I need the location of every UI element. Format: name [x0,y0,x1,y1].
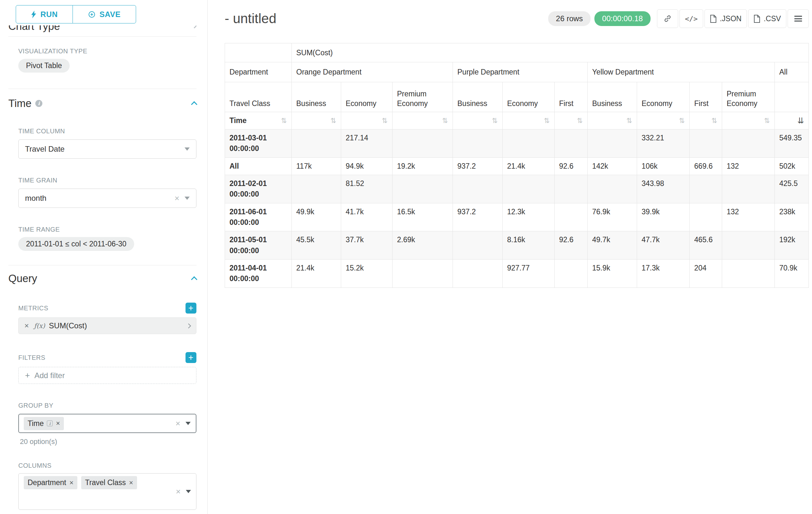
pivot-class-header: Economy [341,82,393,112]
copy-link-button[interactable] [657,9,678,28]
pivot-table: SUM(Cost)DepartmentOrange DepartmentPurp… [225,43,809,288]
pivot-value-cell: 937.2 [453,157,502,175]
chart-type-section-header[interactable]: Chart Type [8,25,196,34]
pivot-value-cell: 45.5k [292,231,341,260]
chevron-down-icon [184,147,190,151]
time-section-title: Time [8,97,31,110]
add-filter-button[interactable]: + [185,352,196,363]
pivot-value-cell: 238k [775,203,809,231]
pivot-value-cell: 549.35 [775,130,809,158]
group-by-options-hint: 20 option(s) [20,437,196,446]
sort-icon[interactable]: ⇅ [712,117,717,125]
pivot-value-cell: 132 [722,157,775,175]
sort-icon[interactable]: ⇅ [577,117,583,125]
sort-icon[interactable]: ⇊ [797,116,804,125]
export-csv-button[interactable]: .CSV [748,9,786,28]
sort-icon[interactable]: ⇅ [544,117,550,125]
group-by-tags: Timei× [24,417,64,430]
pivot-value-cell [502,130,555,158]
pivot-value-cell: 332.21 [637,130,690,158]
pivot-class-header: Business [453,82,502,112]
action-button-bar: RUN SAVE [8,0,196,25]
pivot-value-cell: 47.7k [637,231,690,260]
pivot-value-cell: 17.3k [637,260,690,288]
clear-icon[interactable]: × [176,487,181,496]
pivot-value-cell: 21.4k [292,260,341,288]
clear-icon[interactable]: × [176,419,180,428]
circle-plus-icon [88,10,96,18]
pivot-department-header: Orange Department [292,62,453,82]
export-json-button[interactable]: .JSON [704,9,747,28]
sort-icon[interactable]: ⇅ [382,117,388,125]
metric-option[interactable]: × ƒ(x) SUM(Cost) [18,317,196,334]
dimension-tag[interactable]: Travel Class× [81,476,137,489]
pivot-value-cell [393,175,453,204]
group-by-select[interactable]: Timei× × [18,414,196,433]
pivot-value-cell [555,175,588,204]
run-button[interactable]: RUN [16,5,73,23]
pivot-sort-cell: ⇅ [690,112,722,130]
pivot-value-cell [502,175,555,204]
sort-icon[interactable]: ⇅ [679,117,685,125]
chevron-right-icon [186,323,191,328]
remove-tag-icon[interactable]: × [69,479,74,486]
clear-icon[interactable]: × [175,194,179,202]
pivot-class-header: First [690,82,722,112]
add-metric-button[interactable]: + [185,303,196,314]
remove-tag-icon[interactable]: × [129,479,133,486]
pivot-class-header: Premium Economy [722,82,775,112]
pivot-value-cell: 117k [292,157,341,175]
chevron-up-icon [194,25,196,31]
table-row: All117k94.9k19.2k937.221.4k92.6142k106k6… [225,157,809,175]
table-row: 2011-04-01 00:00:0021.4k15.2k927.7715.9k… [225,260,809,288]
lightning-bolt-icon [31,10,37,18]
sort-icon[interactable]: ⇅ [492,117,498,125]
remove-metric-icon[interactable]: × [24,321,29,330]
remove-tag-icon[interactable]: × [56,420,60,427]
columns-tags: Department×Travel Class× [24,476,137,489]
pivot-sort-cell: ⇅ [341,112,393,130]
sort-icon[interactable]: ⇅ [764,117,770,125]
time-column-select[interactable]: Travel Date [18,139,196,159]
save-button[interactable]: SAVE [72,5,136,23]
pivot-value-cell: 19.2k [393,157,453,175]
dimension-tag[interactable]: Timei× [24,417,64,430]
add-filter-dropzone[interactable]: + Add filter [18,367,196,384]
divider [8,265,196,265]
chart-panel: - untitled 26 rows 00:00:00.18 </> .JSON [208,0,812,514]
time-grain-select[interactable]: month × [18,189,196,208]
sort-icon[interactable]: ⇅ [281,117,287,125]
columns-select[interactable]: Department×Travel Class× × [18,473,196,510]
embed-code-button[interactable]: </> [679,9,703,28]
pivot-value-cell: 132 [722,203,775,231]
chevron-down-icon [184,197,190,200]
file-icon [710,15,717,23]
time-range-value[interactable]: 2011-01-01 ≤ col < 2011-06-30 [18,237,134,251]
sort-icon[interactable]: ⇅ [330,117,336,125]
pivot-value-cell [690,130,722,158]
pivot-value-cell: 217.14 [341,130,393,158]
code-icon: </> [685,15,698,23]
pivot-class-header-empty [775,82,809,112]
pivot-value-cell [555,203,588,231]
pivot-table-container: SUM(Cost)DepartmentOrange DepartmentPurp… [225,43,809,288]
query-section-header: Query [8,272,196,285]
chart-menu-button[interactable] [788,9,809,28]
visualization-type-value[interactable]: Pivot Table [18,59,70,73]
explore-view: RUN SAVE Chart Type VISUALIZATION TYPE P… [0,0,812,514]
dimension-tag[interactable]: Department× [24,476,77,489]
table-row: 2011-05-01 00:00:0045.5k37.7k2.69k8.16k9… [225,231,809,260]
pivot-value-cell: 8.16k [502,231,555,260]
pivot-row-label: 2011-05-01 00:00:00 [225,231,292,260]
query-section-title: Query [8,272,37,285]
time-section-header: Time i [8,97,196,110]
pivot-department-header: Purple Department [453,62,588,82]
pivot-value-cell [453,130,502,158]
pivot-value-cell: 465.6 [690,231,722,260]
pivot-metric-header: SUM(Cost) [292,44,809,62]
collapse-section-icon[interactable] [191,276,197,283]
sort-icon[interactable]: ⇅ [442,117,448,125]
pivot-value-cell: 12.3k [502,203,555,231]
collapse-section-icon[interactable] [191,101,197,108]
sort-icon[interactable]: ⇅ [627,117,632,125]
